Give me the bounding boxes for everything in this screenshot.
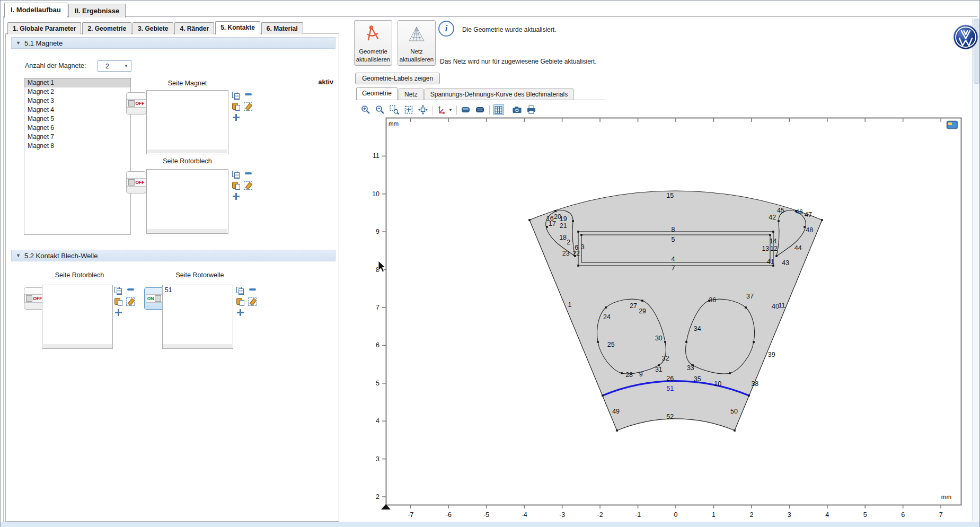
copy-icon[interactable] [114, 287, 122, 295]
kontakt-rotorwelle-selection-box[interactable]: 51 [162, 285, 233, 349]
kontakt-rotorwelle-toggle[interactable]: ON [144, 287, 164, 310]
svg-text:35: 35 [694, 375, 701, 383]
magnet-list-item[interactable]: Magnet 8 [24, 142, 130, 151]
h-scrollbar[interactable] [163, 344, 232, 348]
plot-context-icon[interactable] [947, 121, 958, 129]
svg-text:3: 3 [581, 243, 585, 251]
status-strip [1, 522, 979, 527]
h-scrollbar[interactable] [43, 344, 112, 348]
scene-light-icon[interactable] [461, 104, 471, 115]
paste-icon[interactable] [114, 297, 122, 305]
kontakt-rotorblech-title: Seite Rotorblech [42, 271, 117, 279]
paste-icon[interactable] [232, 181, 240, 189]
clear-selection-icon[interactable] [126, 297, 135, 306]
graphics-tab-1[interactable]: Netz [399, 89, 423, 100]
main-tab-0[interactable]: I. Modellaufbau [4, 3, 67, 17]
selection-values [147, 91, 228, 93]
graphics-tab-0[interactable]: Geometrie [356, 87, 398, 100]
magnet-list-item[interactable]: Magnet 5 [24, 115, 130, 124]
remove-icon[interactable] [245, 93, 252, 95]
magnet-count-label: Anzahl der Magnete: [25, 62, 86, 69]
zoom-out-icon[interactable] [375, 104, 385, 115]
zoom-to-selection-icon[interactable] [115, 309, 122, 316]
side-rotorblech-title: Seite Rotorblech [146, 157, 228, 165]
zoom-box-icon[interactable] [389, 104, 400, 115]
zoom-to-selection-icon[interactable] [237, 309, 244, 316]
svg-text:33: 33 [687, 364, 694, 372]
svg-text:51: 51 [666, 385, 674, 392]
copy-icon[interactable] [232, 92, 240, 100]
button-label: Netz aktualisieren [398, 48, 435, 63]
zoom-to-selection-icon[interactable] [233, 193, 240, 200]
right-scrollbar[interactable] [972, 18, 979, 521]
section-title: 5.2 Kontakt Blech-Welle [24, 252, 98, 260]
svg-text:-6: -6 [446, 511, 452, 519]
copy-icon[interactable] [236, 287, 244, 295]
remove-icon[interactable] [245, 172, 252, 174]
print-icon[interactable] [526, 104, 537, 115]
form-tab-2[interactable]: 3. Gebiete [133, 22, 173, 34]
form-tab-1[interactable]: 2. Geometrie [82, 22, 131, 34]
zoom-in-icon[interactable] [360, 104, 371, 115]
zoom-to-selection-icon[interactable] [233, 114, 240, 121]
show-grid-icon[interactable] [493, 104, 504, 115]
kontakt-rotorblech-selection-box[interactable] [42, 285, 113, 349]
remove-icon[interactable] [127, 288, 134, 291]
magnet-listbox[interactable]: Magnet 1Magnet 2Magnet 3Magnet 4Magnet 5… [24, 78, 131, 235]
geometry-graphics-canvas[interactable]: 1516201917211822322638547141312454647424… [366, 114, 980, 522]
section-header-magnete[interactable]: ▼ 5.1 Magnete [11, 37, 336, 49]
svg-text:13: 13 [762, 245, 769, 252]
svg-text:-1: -1 [635, 511, 641, 519]
section-header-kontakt[interactable]: ▼ 5.2 Kontakt Blech-Welle [11, 250, 336, 261]
info-note: Das Netz wird nur für zugewiesene Gebiet… [440, 58, 596, 65]
clear-selection-icon[interactable] [244, 181, 252, 190]
svg-text:25: 25 [607, 341, 615, 348]
side-rotorblech-toggle[interactable]: OFF [126, 171, 146, 194]
form-tab-0[interactable]: 1. Globale Parameter [7, 22, 81, 34]
toolbar-separator [456, 106, 457, 115]
magnet-list-item[interactable]: Magnet 4 [24, 106, 130, 115]
h-scrollbar[interactable] [147, 150, 227, 153]
update-geometry-button[interactable]: Geometrie aktualisieren [354, 20, 392, 66]
fit-view-icon[interactable] [418, 104, 428, 115]
clear-selection-icon[interactable] [244, 102, 252, 111]
magnet-list-item[interactable]: Magnet 3 [24, 96, 130, 106]
svg-text:6: 6 [376, 341, 379, 349]
magnet-list-item[interactable]: Magnet 7 [24, 133, 130, 142]
form-tab-3[interactable]: 4. Ränder [174, 22, 214, 34]
clear-selection-icon[interactable] [248, 297, 257, 306]
svg-text:12: 12 [770, 245, 778, 252]
paste-icon[interactable] [232, 102, 240, 110]
kontakt-rotorblech-toggle[interactable]: OFF [24, 287, 44, 310]
environment-icon[interactable] [475, 104, 485, 115]
side-rotorblech-selection-box[interactable] [146, 169, 228, 234]
magnet-list-item[interactable]: Magnet 6 [24, 124, 130, 133]
toggle-state: OFF [136, 180, 145, 185]
x-axis-unit-label: mm [941, 494, 951, 500]
form-tab-5[interactable]: 6. Material [261, 22, 303, 34]
main-tab-1[interactable]: II. Ergebnisse [68, 4, 126, 17]
aktiv-label: aktiv [301, 78, 333, 86]
paste-icon[interactable] [236, 297, 244, 305]
copy-icon[interactable] [232, 171, 240, 179]
show-geometry-labels-button[interactable]: Geometrie-Labels zeigen [355, 73, 440, 84]
graphics-tab-2[interactable]: Spannungs-Dehnungs-Kurve des Blechmateri… [425, 89, 573, 100]
magnet-list-item[interactable]: Magnet 2 [24, 87, 130, 96]
svg-text:2: 2 [749, 511, 753, 519]
zoom-extents-icon[interactable] [403, 104, 414, 115]
button-label: Geometrie-Labels zeigen [362, 75, 433, 82]
side-magnet-toggle[interactable]: OFF [126, 92, 146, 115]
form-tab-4[interactable]: 5. Kontakte [215, 21, 260, 34]
svg-text:-3: -3 [559, 511, 565, 519]
svg-text:8: 8 [672, 226, 675, 233]
svg-text:1: 1 [712, 511, 716, 519]
snapshot-camera-icon[interactable] [512, 104, 523, 115]
side-magnet-selection-box[interactable] [146, 90, 228, 154]
view-orientation-icon[interactable] [436, 104, 447, 115]
remove-icon[interactable] [249, 288, 256, 291]
chevron-down-icon[interactable]: ▼ [448, 108, 453, 112]
update-mesh-button[interactable]: Netz aktualisieren [398, 20, 436, 66]
magnet-list-item[interactable]: Magnet 1 [24, 78, 130, 87]
h-scrollbar[interactable] [147, 229, 227, 233]
magnet-count-combobox[interactable]: 2 ▼ [98, 60, 131, 72]
